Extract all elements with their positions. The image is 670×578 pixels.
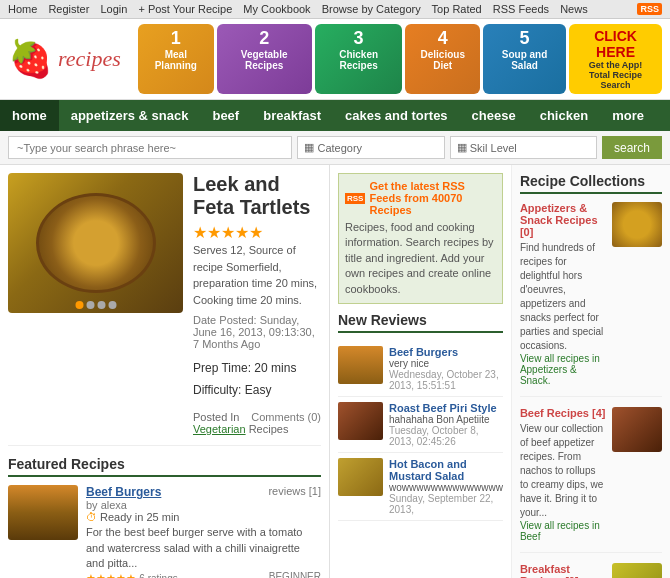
coll-title-appetizers[interactable]: Appetizers & Snack Recipes [0] xyxy=(520,202,606,238)
featured-title-beef-burgers[interactable]: Beef Burgers xyxy=(86,485,161,499)
recipe-posted: Comments (0) Posted In Vegetarian Recipe… xyxy=(193,411,321,435)
nav-browse[interactable]: Browse by Category xyxy=(322,3,421,15)
top-navigation: RSS Home Register Login + Post Your Reci… xyxy=(0,0,670,19)
review-info-piri: Roast Beef Piri Style hahahaha Bon Apeti… xyxy=(389,402,503,447)
review-date-piri: Tuesday, October 8, 2013, 02:45:26 xyxy=(389,425,503,447)
recipe-title: Leek and Feta Tartlets xyxy=(193,173,321,219)
coll-title-beef[interactable]: Beef Recipes [4] xyxy=(520,407,606,419)
rss-box: RSS Get the latest RSS Feeds from 40070 … xyxy=(338,173,503,304)
nav-post[interactable]: + Post Your Recipe xyxy=(138,3,232,15)
nav-register[interactable]: Register xyxy=(48,3,89,15)
featured-recipes-section: Featured Recipes Beef Burgers reviews [1… xyxy=(8,456,321,578)
search-input[interactable] xyxy=(8,136,292,159)
new-reviews-section: New Reviews Beef Burgers very nice Wedne… xyxy=(338,312,503,521)
mainnav-beef[interactable]: beef xyxy=(200,100,251,131)
rss-small-icon: RSS xyxy=(345,193,365,204)
banner-meal-planning[interactable]: 1Meal Planning xyxy=(138,24,214,94)
nav-toprated[interactable]: Top Rated xyxy=(432,3,482,15)
recipe-comments: Comments (0) xyxy=(251,411,321,423)
skill-select[interactable]: ▦ Skil Level xyxy=(450,136,597,159)
featured-reviews-beef-burgers: reviews [1] xyxy=(268,485,321,497)
cta-click-text: CLICK HERE xyxy=(575,28,656,60)
recipe-meta: Serves 12, Source of recipe Somerfield, … xyxy=(193,242,321,308)
nav-home[interactable]: Home xyxy=(8,3,37,15)
logo-icon: 🍓 xyxy=(8,38,53,80)
review-image-beef-burgers xyxy=(338,346,383,384)
mainnav-chicken[interactable]: chicken xyxy=(528,100,600,131)
recipe-image-placeholder xyxy=(8,173,183,313)
recipe-difficulty: Difficulty: Easy xyxy=(193,380,321,402)
review-comment-piri: hahahaha Bon Apetiite xyxy=(389,414,503,425)
right-area: RSS Get the latest RSS Feeds from 40070 … xyxy=(330,165,670,578)
mainnav-breakfast[interactable]: breakfast xyxy=(251,100,333,131)
mainnav-cheese[interactable]: cheese xyxy=(460,100,528,131)
main-column: Leek and Feta Tartlets ★★★★★ Serves 12, … xyxy=(0,165,330,578)
clock-icon: ⏱ xyxy=(86,511,97,523)
recipe-category-link[interactable]: Vegetarian xyxy=(193,423,246,435)
nav-login[interactable]: Login xyxy=(100,3,127,15)
logo: 🍓 recipes xyxy=(8,38,128,80)
coll-text-beef: Beef Recipes [4] View our collection of … xyxy=(520,407,606,542)
review-piri: Roast Beef Piri Style hahahaha Bon Apeti… xyxy=(338,397,503,453)
review-info-beef-burgers: Beef Burgers very nice Wednesday, Octobe… xyxy=(389,346,503,391)
banner-vegetable[interactable]: 2Vegetable Recipes xyxy=(217,24,312,94)
coll-text-breakfast: Breakfast Recipes [0] Start your day in … xyxy=(520,563,606,578)
logo-text: recipes xyxy=(58,46,121,72)
mainnav-cakes[interactable]: cakes and tortes xyxy=(333,100,460,131)
banner-soup-salad[interactable]: 5Soup and Salad xyxy=(483,24,566,94)
sidebar-title: Recipe Collections xyxy=(520,173,662,194)
recipe-info: Leek and Feta Tartlets ★★★★★ Serves 12, … xyxy=(193,173,321,435)
nav-rssfeeds[interactable]: RSS Feeds xyxy=(493,3,549,15)
mainnav-appetizers[interactable]: appetizers & snack xyxy=(59,100,201,131)
nav-news[interactable]: News xyxy=(560,3,588,15)
coll-image-breakfast xyxy=(612,563,662,578)
mainnav-home[interactable]: home xyxy=(0,100,59,131)
category-label: Category xyxy=(317,142,362,154)
middle-right: RSS Get the latest RSS Feeds from 40070 … xyxy=(330,165,670,578)
skill-icon: ▦ xyxy=(457,141,467,154)
banner-area: 1Meal Planning 2Vegetable Recipes 3Chick… xyxy=(138,24,662,94)
img-dot-3[interactable] xyxy=(97,301,105,309)
review-title-piri[interactable]: Roast Beef Piri Style xyxy=(389,402,503,414)
coll-text-appetizers: Appetizers & Snack Recipes [0] Find hund… xyxy=(520,202,606,386)
coll-title-breakfast[interactable]: Breakfast Recipes [0] xyxy=(520,563,606,578)
banner-diet[interactable]: 4Delicious Diet xyxy=(405,24,480,94)
recipe-prep-time: Prep Time: 20 mins xyxy=(193,358,321,380)
collection-breakfast: Breakfast Recipes [0] Start your day in … xyxy=(520,563,662,578)
featured-bottom-beef-burgers: ★★★★★ 6 ratings BEGINNER xyxy=(86,571,321,578)
rss-text: Recipes, food and cooking information. S… xyxy=(345,220,496,297)
banner-cta[interactable]: CLICK HERE Get the App!Total Recipe Sear… xyxy=(569,24,662,94)
recipe-collections: Recipe Collections Appetizers & Snack Re… xyxy=(512,165,670,578)
coll-desc-appetizers: Find hundreds of recipes for delightful … xyxy=(520,241,606,353)
search-button[interactable]: search xyxy=(602,136,662,159)
mainnav-more[interactable]: more xyxy=(600,100,656,131)
review-date-hotbacon: Sunday, September 22, 2013, xyxy=(389,493,503,515)
recipe-date: Date Posted: Sunday, June 16, 2013, 09:1… xyxy=(193,314,321,350)
review-title-beef-burgers[interactable]: Beef Burgers xyxy=(389,346,503,358)
nav-cookbook[interactable]: My Cookbook xyxy=(243,3,310,15)
new-reviews-title: New Reviews xyxy=(338,312,503,333)
featured-list: Beef Burgers reviews [1] by alexa ⏱ Read… xyxy=(8,485,321,578)
featured-desc-beef-burgers: For the best beef burger serve with a to… xyxy=(86,525,321,571)
header: 🍓 recipes 1Meal Planning 2Vegetable Reci… xyxy=(0,19,670,100)
image-dots xyxy=(75,301,116,309)
rss-new-reviews: RSS Get the latest RSS Feeds from 40070 … xyxy=(330,165,512,578)
img-dot-2[interactable] xyxy=(86,301,94,309)
coll-link-appetizers[interactable]: View all recipes in Appetizers & Snack. xyxy=(520,353,606,386)
banner-chicken[interactable]: 3Chicken Recipes xyxy=(315,24,403,94)
recipe-image xyxy=(8,173,183,313)
rss-badge[interactable]: RSS xyxy=(637,3,662,15)
img-dot-1[interactable] xyxy=(75,301,83,309)
featured-image-beef-burgers xyxy=(8,485,78,540)
featured-section-title: Featured Recipes xyxy=(8,456,321,477)
coll-link-beef[interactable]: View all recipes in Beef xyxy=(520,520,606,542)
collection-appetizers: Appetizers & Snack Recipes [0] Find hund… xyxy=(520,202,662,397)
category-select[interactable]: ▦ Category xyxy=(297,136,444,159)
review-comment-hotbacon: wowwwwwwwwwwwwww xyxy=(389,482,503,493)
content-area: Leek and Feta Tartlets ★★★★★ Serves 12, … xyxy=(0,165,670,578)
review-date-beef-burgers: Wednesday, October 23, 2013, 15:51:51 xyxy=(389,369,503,391)
main-navigation: home appetizers & snack beef breakfast c… xyxy=(0,100,670,131)
review-hotbacon: Hot Bacon and Mustard Salad wowwwwwwwwww… xyxy=(338,453,503,521)
img-dot-4[interactable] xyxy=(108,301,116,309)
review-title-hotbacon[interactable]: Hot Bacon and Mustard Salad xyxy=(389,458,503,482)
